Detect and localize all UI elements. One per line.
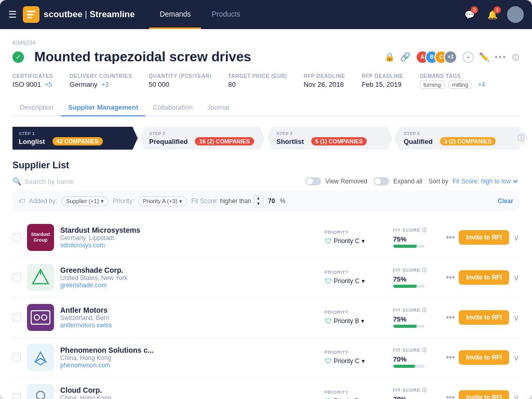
- supplier-info-3: Antler Motors Switzerland, Bern antlermo…: [60, 306, 318, 329]
- more-options-icon[interactable]: •••: [495, 52, 507, 62]
- priority-badge-1[interactable]: 🛡 Priority C ▾: [325, 237, 365, 245]
- supplier-website-3[interactable]: antlermotors.swiss: [60, 322, 318, 329]
- priority-col-label-5: PRIORITY: [325, 390, 387, 395]
- search-input[interactable]: [24, 178, 108, 185]
- expand-row-button-1[interactable]: ∨: [513, 233, 520, 243]
- supplier-name-2: Greenshade Corp.: [60, 266, 318, 274]
- more-options-button-4[interactable]: •••: [446, 353, 455, 362]
- supplier-name-1: Stardust Microsystems: [60, 226, 318, 234]
- shortlist-badge: 5 (1) COMPANIES: [311, 137, 367, 145]
- more-options-button-1[interactable]: •••: [446, 233, 455, 242]
- invite-button-4[interactable]: Invite to RFI: [459, 350, 509, 365]
- invite-button-2[interactable]: Invite to RFI: [459, 270, 509, 285]
- row-checkbox-2[interactable]: [12, 273, 21, 282]
- main-nav: Demands Products: [149, 0, 250, 29]
- tab-journal[interactable]: Journal: [200, 99, 237, 116]
- invite-button-5[interactable]: Invite to RFI: [459, 390, 509, 399]
- row-checkbox-4[interactable]: [12, 353, 21, 362]
- supplier-info-1: Stardust Microsystems Germany, Lippstadt…: [60, 226, 318, 249]
- table-row: Antler Motors Switzerland, Bern antlermo…: [12, 298, 520, 338]
- supplier-website-2[interactable]: greenshade.com: [60, 282, 318, 289]
- step-prequalified[interactable]: STEP 2 Prequalified 16 (2) COMPANIES: [140, 127, 265, 150]
- clear-filters-button[interactable]: Clear: [498, 197, 513, 205]
- added-by-filter[interactable]: Supplier (+1) ▾: [61, 196, 109, 206]
- steps-row: STEP 1 Longlist 42 COMPANIES STEP 2: [12, 127, 520, 150]
- filter-icon: 🏷: [19, 197, 25, 205]
- meta-tags-value: turning milling +4: [420, 81, 485, 89]
- fit-score-down[interactable]: ▼: [254, 201, 263, 207]
- expand-all-toggle[interactable]: [374, 177, 389, 185]
- step-shortlist[interactable]: STEP 3 Shortlist 5 (1) COMPANIES: [267, 127, 392, 150]
- fit-score-stepper[interactable]: ▲ ▼: [254, 195, 263, 207]
- supplier-website-4[interactable]: phenomenon.com: [60, 362, 318, 369]
- fit-score-pct-1: 75%: [393, 235, 440, 243]
- fit-score-col-5: FIT SCORE ⓘ 70%: [393, 387, 440, 399]
- filter-row: 🏷 Added by: Supplier (+1) ▾ Priority: Pr…: [12, 191, 520, 211]
- expand-row-button-5[interactable]: ∨: [513, 393, 520, 400]
- priority-filter[interactable]: Priority A (+3) ▾: [138, 196, 187, 206]
- supplier-location-2: United States, New York: [60, 274, 318, 282]
- row-checkbox-5[interactable]: [12, 393, 21, 399]
- fit-bar-3: [393, 325, 417, 328]
- invite-button-1[interactable]: Invite to RFI: [459, 230, 509, 245]
- priority-badge-2[interactable]: 🛡 Priority C ▾: [325, 277, 365, 285]
- priority-col-label: PRIORITY: [325, 230, 387, 235]
- meta-certificates: CERTIFICATES ISO 9001 +5: [12, 73, 53, 89]
- add-member-button[interactable]: +: [462, 51, 474, 63]
- steps-expand-button[interactable]: ⓘ: [514, 131, 528, 145]
- more-options-button-2[interactable]: •••: [446, 273, 455, 282]
- step-qualified[interactable]: STEP 4 Qualified 3 (2) COMPANIES: [394, 127, 520, 150]
- view-removed-toggle[interactable]: [305, 177, 321, 185]
- tab-description[interactable]: Description: [12, 99, 61, 116]
- link-icon[interactable]: 🔗: [400, 52, 410, 62]
- fit-score-col-1: FIT SCORE ⓘ 75%: [393, 227, 440, 248]
- lock-icon[interactable]: 🔒: [384, 52, 395, 62]
- meta-price-label: TARGET PRICE (EUR): [228, 73, 287, 79]
- user-avatar[interactable]: [507, 6, 524, 23]
- row-actions-2: ••• Invite to RFI ∨: [446, 270, 520, 285]
- supplier-name-3: Antler Motors: [60, 306, 318, 314]
- invite-button-3[interactable]: Invite to RFI: [459, 310, 509, 325]
- fit-score-up[interactable]: ▲: [254, 195, 263, 201]
- supplier-logo-1: Stardust Group: [27, 224, 54, 251]
- breadcrumb: K049234: [12, 39, 520, 46]
- edit-icon[interactable]: ✏️: [479, 52, 489, 62]
- page-title: Mounted trapezoidal screw drives: [34, 49, 251, 65]
- avatar-count: +3: [444, 50, 457, 64]
- meta-rfp1: RFP DEADLINE Nov 26, 2018: [303, 73, 345, 89]
- step-longlist[interactable]: STEP 1 Longlist 42 COMPANIES: [12, 127, 138, 150]
- row-checkbox-1[interactable]: [12, 233, 21, 242]
- nav-demands[interactable]: Demands: [149, 0, 201, 29]
- svg-point-7: [42, 315, 47, 320]
- priority-badge-3[interactable]: 🛡 Priority B ▾: [325, 317, 365, 325]
- row-checkbox-3[interactable]: [12, 313, 21, 322]
- expand-row-button-2[interactable]: ∨: [513, 273, 520, 283]
- expand-row-button-3[interactable]: ∨: [513, 313, 520, 323]
- tab-collaboration[interactable]: Collaboration: [145, 99, 200, 116]
- hamburger-menu[interactable]: ☰: [8, 9, 17, 20]
- expand-row-button-4[interactable]: ∨: [513, 353, 520, 363]
- fit-score-condition: higher than: [220, 197, 251, 205]
- fit-bar-bg-3: [393, 325, 424, 328]
- expand-all-toggle-row: Expand all: [374, 177, 422, 185]
- sort-select[interactable]: Fit Score: high to low Fit Score: low to…: [450, 177, 520, 185]
- fit-bar-1: [393, 245, 417, 248]
- supplier-name-4: Phenomenon Solutions c...: [60, 346, 318, 354]
- meta-price: TARGET PRICE (EUR) 80: [228, 73, 287, 89]
- meta-delivery-label: DELIVERY COUNTRIES: [70, 73, 132, 79]
- nav-products[interactable]: Products: [201, 0, 250, 29]
- priority-badge-5[interactable]: 🛡 Priority D ▾: [325, 397, 365, 400]
- priority-badge-4[interactable]: 🛡 Priority C ▾: [325, 357, 365, 365]
- meta-quantity-value: 50 000: [149, 81, 211, 88]
- priority-shield-1: 🛡: [325, 237, 332, 245]
- more-options-button-3[interactable]: •••: [446, 313, 455, 322]
- tab-supplier-management[interactable]: Supplier Management: [61, 99, 145, 116]
- more-options-button-5[interactable]: •••: [446, 393, 455, 399]
- notifications-button[interactable]: 🔔 1: [484, 6, 501, 23]
- meta-delivery: DELIVERY COUNTRIES Germany +3: [70, 73, 132, 89]
- row-actions-5: ••• Invite to RFI ∨: [446, 390, 520, 399]
- messages-button[interactable]: 💬 3: [461, 6, 478, 23]
- supplier-website-1[interactable]: sdmicrosys.com: [60, 242, 318, 249]
- expand-circle-icon[interactable]: ⊙: [512, 51, 520, 63]
- meta-rfp1-label: RFP DEADLINE: [303, 73, 345, 79]
